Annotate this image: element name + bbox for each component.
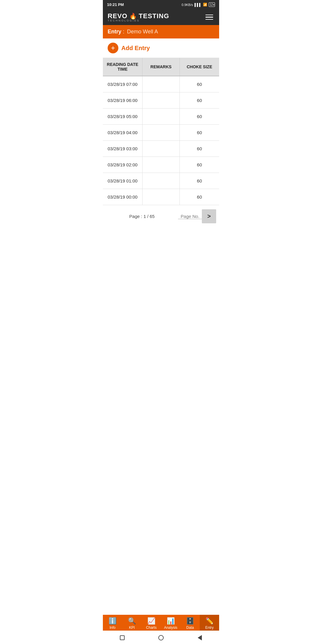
cell-date-5: 03/28/19 02:00 — [103, 157, 143, 173]
table-row[interactable]: 03/28/19 03:00 60 — [103, 141, 219, 157]
cell-remarks-3 — [143, 125, 180, 141]
cell-choke-1: 60 — [179, 92, 219, 109]
cell-date-7: 03/28/19 00:00 — [103, 189, 143, 205]
app-header: REVO 🔥 TESTING TECHNOLOGIES — [103, 9, 219, 25]
add-entry-button[interactable]: + Add Entry — [108, 43, 150, 53]
table-row[interactable]: 03/28/19 05:00 60 — [103, 109, 219, 125]
cell-remarks-6 — [143, 173, 180, 189]
table-row[interactable]: 03/28/19 02:00 60 — [103, 157, 219, 173]
table-row[interactable]: 03/28/19 06:00 60 — [103, 92, 219, 109]
page-number-input[interactable] — [178, 214, 202, 219]
col-header-date: READING DATE TIME — [103, 58, 143, 76]
cell-date-6: 03/28/19 01:00 — [103, 173, 143, 189]
cell-remarks-2 — [143, 109, 180, 125]
cell-remarks-1 — [143, 92, 180, 109]
next-page-button[interactable]: > — [202, 209, 216, 223]
cell-remarks-4 — [143, 141, 180, 157]
add-entry-label: Add Entry — [121, 45, 150, 52]
logo-revo: REVO — [108, 12, 127, 20]
entry-title-bar: Entry : Demo Well A — [103, 25, 219, 38]
wifi-icon: 📶 — [203, 3, 207, 7]
hamburger-menu-button[interactable] — [204, 13, 214, 21]
logo-flame-icon: 🔥 — [129, 13, 137, 19]
table-row[interactable]: 03/28/19 04:00 60 — [103, 125, 219, 141]
cell-date-2: 03/28/19 05:00 — [103, 109, 143, 125]
cell-date-0: 03/28/19 07:00 — [103, 76, 143, 92]
cell-choke-2: 60 — [179, 109, 219, 125]
cell-choke-0: 60 — [179, 76, 219, 92]
table-row[interactable]: 03/28/19 01:00 60 — [103, 173, 219, 189]
table-body: 03/28/19 07:00 60 03/28/19 06:00 60 03/2… — [103, 76, 219, 205]
cell-date-4: 03/28/19 03:00 — [103, 141, 143, 157]
table-header: READING DATE TIME REMARKS CHOKE SIZE — [103, 58, 219, 76]
pagination-row: Page : 1 / 65 > — [103, 205, 219, 227]
cell-remarks-0 — [143, 76, 180, 92]
signal-icon: ▌▌▌ — [194, 3, 201, 7]
cell-choke-7: 60 — [179, 189, 219, 205]
logo: REVO 🔥 TESTING TECHNOLOGIES — [108, 12, 169, 22]
title-label: Entry — [108, 29, 121, 35]
cell-choke-5: 60 — [179, 157, 219, 173]
title-separator: : — [121, 29, 126, 35]
hamburger-line-3 — [205, 19, 213, 20]
cell-choke-3: 60 — [179, 125, 219, 141]
network-speed: 0.9KB/s — [182, 3, 193, 7]
logo-testing: TESTING — [139, 12, 169, 20]
col-header-choke: CHOKE SIZE — [179, 58, 219, 76]
status-bar: 10:21 PM 0.9KB/s ▌▌▌ 📶 12 — [103, 0, 219, 9]
table-row[interactable]: 03/28/19 00:00 60 — [103, 189, 219, 205]
cell-remarks-7 — [143, 189, 180, 205]
battery-icon: 12 — [209, 2, 215, 7]
cell-choke-6: 60 — [179, 173, 219, 189]
status-icons: 0.9KB/s ▌▌▌ 📶 12 — [182, 2, 215, 7]
cell-date-3: 03/28/19 04:00 — [103, 125, 143, 141]
col-header-remarks: REMARKS — [143, 58, 180, 76]
hamburger-line-1 — [205, 15, 213, 16]
status-time: 10:21 PM — [107, 2, 124, 7]
add-entry-circle-icon: + — [108, 43, 118, 53]
cell-choke-4: 60 — [179, 141, 219, 157]
add-entry-row: + Add Entry — [103, 38, 219, 58]
cell-date-1: 03/28/19 06:00 — [103, 92, 143, 109]
cell-remarks-5 — [143, 157, 180, 173]
hamburger-line-2 — [205, 17, 213, 18]
data-table: READING DATE TIME REMARKS CHOKE SIZE 03/… — [103, 58, 219, 205]
table-row[interactable]: 03/28/19 07:00 60 — [103, 76, 219, 92]
well-name: Demo Well A — [127, 29, 158, 35]
page-info: Page : 1 / 65 — [106, 214, 178, 219]
